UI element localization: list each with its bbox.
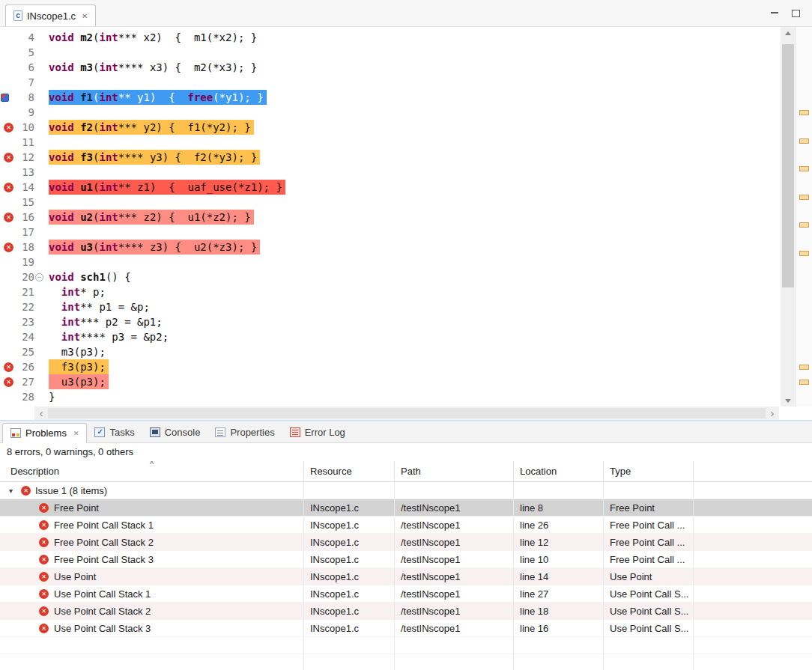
highlight-orange: void f2(int*** y2) { f1(*y2); } bbox=[49, 120, 254, 135]
code-token: m3 bbox=[80, 61, 93, 73]
code-line[interactable]: 25 m3(p3); bbox=[0, 344, 781, 359]
view-tab-problems[interactable]: Problems✕ bbox=[2, 423, 87, 443]
code-line[interactable]: 19 bbox=[0, 255, 781, 269]
view-tab-console[interactable]: Console bbox=[142, 422, 208, 442]
code-line[interactable]: ✕10void f2(int*** y2) { f1(*y2); } bbox=[0, 120, 781, 135]
code-line[interactable]: ✕27 u3(p3); bbox=[0, 374, 781, 389]
error-marker-icon[interactable]: ✕ bbox=[0, 153, 15, 162]
code-line[interactable]: ✕12void f3(int**** y3) { f2(*y3); } bbox=[0, 150, 781, 165]
code-line[interactable]: 11 bbox=[0, 135, 781, 150]
fold-collapse-icon[interactable]: − bbox=[34, 273, 44, 281]
editor-tab-inscope1c[interactable]: c INscope1.c ✕ bbox=[5, 4, 96, 26]
vertical-scrollbar[interactable] bbox=[781, 27, 796, 406]
free-point-marker-icon[interactable] bbox=[0, 94, 15, 102]
scroll-left-arrow-icon[interactable]: ‹ bbox=[34, 406, 48, 420]
code-line[interactable]: 5 bbox=[0, 45, 781, 60]
problems-header-row: Description^ResourcePathLocationType bbox=[0, 461, 812, 482]
problem-row[interactable]: ✕Use Point Call Stack 3INscope1.c/testIN… bbox=[0, 620, 812, 637]
code-token: **** p3 = &p2; bbox=[80, 331, 169, 343]
line-number: 13 bbox=[15, 165, 34, 180]
editor-tab-title: INscope1.c bbox=[27, 10, 76, 22]
code-line[interactable]: 20−void sch1() { bbox=[0, 269, 781, 284]
code-line[interactable]: 9 bbox=[0, 105, 781, 120]
minimize-icon[interactable] bbox=[770, 8, 779, 17]
code-line[interactable]: ✕18void u3(int**** z3) { u2(*z3); } bbox=[0, 240, 781, 255]
code-line[interactable]: ✕26 f3(p3); bbox=[0, 359, 781, 374]
horizontal-scrollbar-track[interactable] bbox=[34, 406, 779, 420]
editor-lines: 4void m2(int*** x2) { m1(*x2); }56void m… bbox=[0, 30, 781, 404]
code-text: int* p; bbox=[44, 284, 109, 299]
column-header-type[interactable]: Type bbox=[604, 461, 694, 481]
column-header-description[interactable]: Description^ bbox=[0, 461, 304, 481]
empty-cell bbox=[694, 585, 812, 602]
code-line[interactable]: ✕16void u2(int*** z2) { u1(*z2); } bbox=[0, 210, 781, 225]
line-number: 25 bbox=[15, 344, 34, 359]
problem-row[interactable]: ✕Free Point Call Stack 3INscope1.c/testI… bbox=[0, 551, 812, 568]
problem-description-text: Free Point Call Stack 3 bbox=[54, 554, 154, 565]
empty-cell bbox=[694, 482, 812, 499]
error-marker-icon[interactable]: ✕ bbox=[0, 243, 15, 252]
code-line[interactable]: 6void m3(int**** x3) { m2(*x3); } bbox=[0, 60, 781, 75]
problem-row[interactable]: ✕Free Point Call Stack 2INscope1.c/testI… bbox=[0, 534, 812, 551]
code-line[interactable]: 28} bbox=[0, 389, 781, 404]
problem-group-row[interactable]: ▾✕Issue 1 (8 items) bbox=[0, 482, 812, 499]
problem-description-text: Free Point bbox=[54, 502, 99, 514]
code-line[interactable]: 4void m2(int*** x2) { m1(*x2); } bbox=[0, 30, 781, 45]
error-marker-icon[interactable]: ✕ bbox=[0, 213, 15, 222]
code-span: void m2(int*** x2) { m1(*x2); } bbox=[49, 30, 260, 45]
overview-annotation-mark[interactable] bbox=[799, 138, 809, 144]
problem-resource: INscope1.c bbox=[304, 620, 395, 636]
problem-row[interactable]: ✕Free PointINscope1.c/testINscope1line 8… bbox=[0, 499, 812, 517]
empty-cell bbox=[304, 482, 395, 499]
maximize-icon[interactable] bbox=[791, 8, 800, 17]
close-icon[interactable]: ✕ bbox=[82, 12, 88, 20]
view-tabbar: Problems✕TasksConsolePropertiesError Log bbox=[0, 422, 812, 443]
column-header-resource[interactable]: Resource bbox=[304, 461, 395, 481]
view-tab-properties[interactable]: Properties bbox=[207, 422, 282, 442]
vertical-scrollbar-thumb[interactable] bbox=[782, 44, 794, 287]
scroll-down-arrow-icon[interactable] bbox=[781, 394, 796, 406]
overview-annotation-mark[interactable] bbox=[799, 251, 809, 256]
overview-annotation-mark[interactable] bbox=[799, 222, 809, 228]
problem-resource: INscope1.c bbox=[304, 517, 395, 533]
code-line[interactable]: 23 int*** p2 = &p1; bbox=[0, 314, 781, 329]
code-line[interactable]: 15 bbox=[0, 195, 781, 210]
view-tab-error-log[interactable]: Error Log bbox=[282, 422, 353, 442]
scroll-right-arrow-icon[interactable]: › bbox=[766, 406, 779, 420]
overview-annotation-mark[interactable] bbox=[799, 380, 809, 385]
overview-annotation-mark[interactable] bbox=[799, 110, 809, 115]
code-line[interactable]: 22 int** p1 = &p; bbox=[0, 299, 781, 314]
error-marker-icon[interactable]: ✕ bbox=[0, 377, 15, 387]
code-line[interactable]: 21 int* p; bbox=[0, 284, 781, 299]
error-marker-icon[interactable]: ✕ bbox=[0, 362, 15, 372]
problem-type: Use Point Call S... bbox=[604, 603, 694, 619]
error-marker-icon[interactable]: ✕ bbox=[0, 183, 15, 192]
overview-annotation-mark[interactable] bbox=[799, 195, 809, 200]
scroll-up-arrow-icon[interactable] bbox=[781, 27, 796, 40]
column-header-location[interactable]: Location bbox=[514, 461, 604, 481]
code-line[interactable]: 7 bbox=[0, 75, 781, 90]
view-controls bbox=[770, 8, 800, 17]
code-line[interactable]: 13 bbox=[0, 165, 781, 180]
close-icon[interactable]: ✕ bbox=[73, 430, 79, 437]
code-line[interactable]: ✕14void u1(int** z1) { uaf_use(*z1); } bbox=[0, 180, 781, 195]
code-token: sch1 bbox=[80, 271, 106, 283]
problem-row[interactable]: ✕Free Point Call Stack 1INscope1.c/testI… bbox=[0, 517, 812, 534]
chevron-down-icon[interactable]: ▾ bbox=[9, 487, 16, 495]
problem-row[interactable]: ✕Use Point Call Stack 1INscope1.c/testIN… bbox=[0, 585, 812, 603]
group-label: Issue 1 (8 items) bbox=[35, 485, 107, 496]
view-tab-tasks[interactable]: Tasks bbox=[87, 422, 142, 442]
problem-row[interactable]: ✕Use PointINscope1.c/testINscope1line 14… bbox=[0, 568, 812, 585]
problem-row[interactable]: ✕Use Point Call Stack 2INscope1.c/testIN… bbox=[0, 603, 812, 620]
horizontal-scrollbar-thumb[interactable] bbox=[48, 408, 766, 418]
overview-annotation-mark[interactable] bbox=[799, 365, 809, 370]
column-header-path[interactable]: Path bbox=[395, 461, 514, 481]
horizontal-scrollbar[interactable]: ‹ › bbox=[0, 406, 812, 420]
code-line[interactable]: 24 int**** p3 = &p2; bbox=[0, 329, 781, 344]
code-line[interactable]: 17 bbox=[0, 225, 781, 240]
problem-type: Free Point Call ... bbox=[604, 517, 694, 533]
code-line[interactable]: 8void f1(int** y1) { free(*y1); } bbox=[0, 90, 781, 105]
code-editor[interactable]: 4void m2(int*** x2) { m1(*x2); }56void m… bbox=[0, 27, 812, 406]
overview-annotation-mark[interactable] bbox=[799, 166, 809, 171]
error-marker-icon[interactable]: ✕ bbox=[0, 123, 15, 133]
